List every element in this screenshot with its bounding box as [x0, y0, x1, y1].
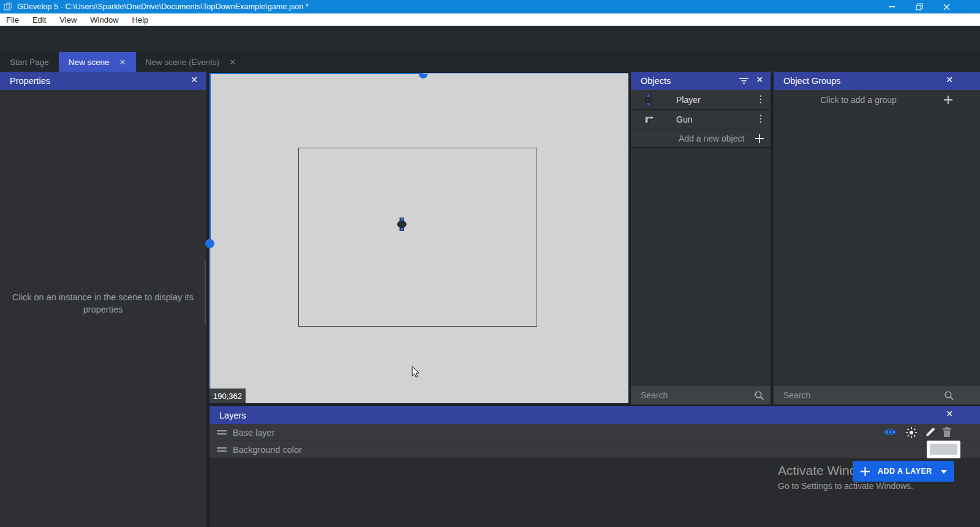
search-icon — [944, 390, 954, 401]
more-options-icon[interactable]: ⋮ — [756, 113, 766, 124]
editor-tabs: Start Page New scene ✕ New scene (Events… — [0, 52, 980, 72]
tab-label: New scene — [69, 58, 110, 67]
menu-bar: File Edit View Window Help — [0, 13, 980, 26]
object-name: Gun — [676, 115, 692, 124]
plus-icon[interactable] — [943, 95, 953, 105]
menu-help[interactable]: Help — [130, 15, 151, 25]
close-icon — [943, 4, 950, 10]
cursor-coordinates-badge: 190;362 — [209, 389, 246, 403]
panel-title: Objects — [641, 76, 671, 86]
layer-row-background-color[interactable]: Background color — [209, 441, 980, 458]
window-title: GDevelop 5 - C:\Users\Sparkle\OneDrive\D… — [17, 2, 309, 11]
mouse-cursor — [412, 366, 420, 378]
drag-handle-icon[interactable] — [217, 430, 227, 435]
vertical-scrollbar[interactable] — [209, 73, 211, 243]
close-icon[interactable]: ✕ — [190, 75, 198, 85]
minimize-button[interactable] — [878, 0, 905, 13]
scene-editor-canvas[interactable]: 190;362 — [209, 73, 628, 403]
plus-icon — [860, 466, 870, 477]
background-color-value — [930, 444, 957, 455]
close-button[interactable] — [933, 0, 960, 13]
tab-close-icon[interactable]: ✕ — [229, 58, 236, 67]
panel-title: Object Groups — [783, 76, 841, 86]
panel-title: Layers — [219, 411, 246, 420]
player-thumbnail-icon — [644, 94, 652, 105]
gdevelop-logo-icon — [4, 2, 12, 11]
gun-thumbnail-icon — [644, 116, 654, 124]
add-group-label: Click to add a group — [774, 95, 943, 105]
delete-layer-trash-icon[interactable] — [942, 427, 952, 438]
close-icon[interactable]: ✕ — [756, 75, 763, 85]
tab-new-scene-events[interactable]: New scene (Events) ✕ — [136, 52, 246, 72]
object-name: Player — [676, 95, 701, 105]
object-row-player[interactable]: Player ⋮ — [631, 90, 771, 110]
vertical-scrollbar-handle[interactable] — [205, 239, 214, 248]
objects-search-input[interactable] — [631, 390, 742, 400]
add-group-row[interactable]: Click to add a group — [774, 90, 980, 110]
watermark-line2: Go to Settings to activate Windows. — [778, 481, 913, 491]
visibility-eye-icon[interactable] — [883, 427, 897, 438]
panel-title: Properties — [10, 76, 50, 86]
horizontal-scrollbar-handle[interactable] — [419, 74, 428, 78]
properties-empty-message: Click on an instance in the scene to dis… — [11, 291, 195, 316]
add-object-row[interactable]: Add a new object — [631, 129, 771, 148]
tab-new-scene[interactable]: New scene ✕ — [59, 52, 136, 72]
add-object-label: Add a new object — [679, 134, 744, 143]
vertical-scrollbar-track[interactable] — [209, 243, 211, 403]
background-color-swatch[interactable] — [927, 441, 960, 458]
objects-list-empty-area — [631, 148, 771, 386]
gdevelop-window: GDevelop 5 - C:\Users\Sparkle\OneDrive\D… — [0, 0, 980, 527]
minimize-icon — [889, 6, 895, 7]
more-options-icon[interactable]: ⋮ — [756, 93, 766, 105]
close-icon[interactable]: ✕ — [946, 409, 953, 419]
close-icon[interactable]: ✕ — [946, 75, 953, 85]
search-icon — [754, 390, 764, 401]
groups-search-input[interactable] — [774, 390, 939, 400]
horizontal-scrollbar-track[interactable] — [427, 73, 628, 74]
drag-handle-icon[interactable] — [217, 447, 227, 452]
chevron-down-icon[interactable] — [941, 470, 947, 474]
edit-layer-pencil-icon[interactable] — [925, 427, 936, 438]
horizontal-scrollbar[interactable] — [209, 73, 423, 74]
restore-icon — [916, 3, 923, 10]
tab-close-icon[interactable]: ✕ — [119, 58, 126, 67]
object-groups-panel-header: Object Groups ✕ — [774, 72, 980, 90]
properties-panel-header: Properties ✕ — [0, 72, 206, 90]
menu-file[interactable]: File — [4, 15, 21, 25]
groups-list-empty-area — [774, 110, 980, 386]
tab-start-page[interactable]: Start Page — [0, 52, 59, 72]
properties-panel: Properties ✕ Click on an instance in the… — [0, 72, 206, 527]
layer-name: Background color — [233, 445, 302, 455]
menu-edit[interactable]: Edit — [30, 15, 48, 25]
game-window-bounds — [298, 148, 537, 327]
object-row-gun[interactable]: Gun ⋮ — [631, 110, 771, 129]
layer-row-base[interactable]: Base layer — [209, 424, 980, 441]
add-layer-button[interactable]: ADD A LAYER — [853, 461, 954, 482]
restore-button[interactable] — [905, 0, 933, 13]
objects-panel: Objects ✕ Player ⋮ Gun ⋮ — [631, 72, 771, 404]
object-groups-panel: Object Groups ✕ Click to add a group — [774, 72, 980, 404]
layers-panel: Layers ✕ Base layer — [209, 406, 980, 527]
window-controls — [878, 0, 960, 13]
tab-label: New scene (Events) — [146, 58, 220, 67]
layers-panel-header: Layers ✕ — [209, 406, 980, 424]
player-instance[interactable] — [397, 218, 407, 231]
groups-search-row — [774, 386, 980, 404]
tab-label: Start Page — [10, 58, 49, 67]
scrollbar[interactable] — [205, 260, 206, 325]
objects-panel-header: Objects ✕ — [631, 72, 771, 90]
add-layer-label: ADD A LAYER — [878, 467, 932, 476]
filter-icon[interactable] — [739, 77, 748, 85]
plus-icon[interactable] — [755, 134, 764, 143]
layer-name: Base layer — [233, 428, 275, 438]
menu-view[interactable]: View — [57, 15, 79, 25]
objects-search-row — [631, 386, 771, 404]
layer-effects-icon[interactable] — [905, 427, 918, 439]
title-bar: GDevelop 5 - C:\Users\Sparkle\OneDrive\D… — [0, 0, 980, 13]
menu-window[interactable]: Window — [88, 15, 121, 25]
toolbar: 1:1 — [0, 26, 980, 52]
